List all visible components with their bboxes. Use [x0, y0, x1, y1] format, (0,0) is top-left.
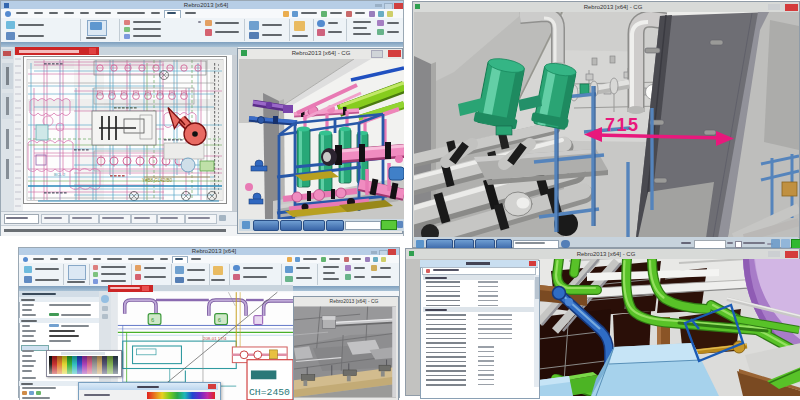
svg-text:6: 6	[151, 317, 154, 323]
svg-text:Y#B8 GL42/B0: Y#B8 GL42/B0	[142, 178, 173, 183]
svg-text:CH=2450: CH=2450	[249, 387, 290, 398]
svg-text:715: 715	[605, 115, 640, 135]
svg-text:BCL-2: BCL-2	[54, 172, 66, 177]
svg-text:6: 6	[218, 317, 221, 323]
svg-text:208-01 17/4: 208-01 17/4	[203, 336, 227, 341]
